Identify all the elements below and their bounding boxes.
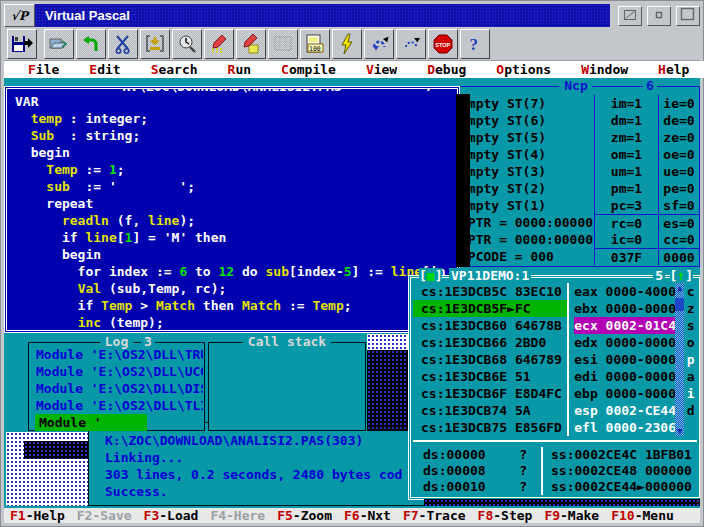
help-button[interactable]: ? [460, 29, 490, 59]
disassembly-row[interactable]: cs:1E3DCB75 E856FD [413, 419, 567, 436]
call-stack-window[interactable]: Call stack [208, 342, 366, 431]
scroll-up-icon[interactable]: ▲ [675, 283, 684, 293]
register-row-efl[interactable]: efl 0000-2306 [574, 419, 675, 436]
register-row-ecx[interactable]: ecx 0002-01C4 [574, 317, 675, 334]
fkey-f7-trace[interactable]: F7-Trace [403, 508, 466, 523]
fkey-f5-zoom[interactable]: F5-Zoom [277, 508, 332, 523]
data-segment-pane[interactable]: ds:00000?ds:00008?ds:00010? [413, 447, 541, 495]
editor-code-line: Sub : string; [15, 127, 456, 144]
fkey-f10-menu[interactable]: F10-Menu [611, 508, 674, 523]
disassembly-row[interactable]: cs:1E3DCB6F E8D4FC [413, 385, 567, 402]
run-button[interactable] [364, 29, 394, 59]
fkey-f4-here[interactable]: F4-Here [210, 508, 265, 523]
ncp-window-title: Ncp [559, 78, 592, 93]
paste-button[interactable] [140, 29, 170, 59]
menu-item-debug[interactable]: Debug [427, 62, 466, 77]
data-segment-row[interactable]: ds:00000? [413, 447, 541, 463]
menu-item-help[interactable]: Help [658, 62, 689, 77]
pane-divider [413, 440, 697, 442]
menu-item-window[interactable]: Window [581, 62, 628, 77]
stack-segment-row[interactable]: ss:0002CE48 000000 [551, 463, 697, 479]
fkey-label: F2 [77, 508, 93, 523]
log-row[interactable]: Module 'E:\OS2\DLL\DIS [36, 380, 203, 397]
fkey-f6-nxt[interactable]: F6-Nxt [344, 508, 391, 523]
menu-item-edit[interactable]: Edit [89, 62, 120, 77]
cpu-scrollbar[interactable]: ▲ ▼ [675, 283, 684, 436]
disassembly-row[interactable]: cs:1E3DCB5F►FC [413, 300, 567, 317]
ncp-mode-value: ic=0 [594, 231, 658, 248]
open-file-button[interactable] [44, 29, 74, 59]
stack-segment-row[interactable]: ss:0002CE44►000000 [551, 479, 697, 495]
scroll-down-icon[interactable]: ▼ [675, 426, 684, 436]
restore-button[interactable] [618, 6, 642, 26]
find-button[interactable] [172, 29, 202, 59]
goto-button[interactable] [268, 29, 298, 59]
fkey-f8-step[interactable]: F8-Step [478, 508, 533, 523]
doc-100-icon: 100 [304, 33, 326, 55]
disassembly-row[interactable]: cs:1E3DCB66 2BD0 [413, 334, 567, 351]
pencil-grid-icon [208, 33, 230, 55]
ncp-mode-value: pm=1 [594, 180, 658, 197]
editor-code-area[interactable]: VAR temp : integer; Sub : string; begin … [15, 93, 456, 331]
registers-pane[interactable]: eax 0000-4000ebx 0000-0000ecx 0002-01C4e… [569, 283, 675, 436]
register-row-eax[interactable]: eax 0000-4000 [574, 283, 675, 300]
scrollbar-thumb[interactable] [675, 298, 684, 311]
fkey-f1-help[interactable]: F1-Help [10, 508, 65, 523]
menu-item-search[interactable]: Search [151, 62, 198, 77]
message-list: K:\ZOC\DOWNLOAD\ANALISI2.PAS(303)Linking… [105, 432, 402, 500]
compile-stats-button[interactable]: 100 [300, 29, 330, 59]
save-file-button[interactable] [7, 29, 37, 59]
system-menu-button[interactable]: √P [4, 4, 35, 27]
fkey-f9-make[interactable]: F9-Make [544, 508, 599, 523]
close-window-button[interactable]: [■] [419, 268, 442, 283]
menu-item-options[interactable]: Options [496, 62, 551, 77]
register-row-edx[interactable]: edx 0000-0000 [574, 334, 675, 351]
minimize-button[interactable] [647, 6, 671, 26]
ds-address: ds:00010 [423, 479, 486, 495]
fkey-f2-save[interactable]: F2-Save [77, 508, 132, 523]
step-button[interactable] [396, 29, 426, 59]
stack-segment-pane[interactable]: ss:0002CE4C 1BFB01ss:0002CE48 000000ss:0… [543, 447, 697, 495]
register-row-esi[interactable]: esi 0000-0000 [574, 351, 675, 368]
zoom-window-button[interactable]: [↑] [670, 268, 693, 283]
data-segment-row[interactable]: ds:00010? [413, 479, 541, 495]
undo-button[interactable] [76, 29, 106, 59]
fkey-f3-load[interactable]: F3-Load [144, 508, 199, 523]
register-row-esp[interactable]: esp 0002-CE44 [574, 402, 675, 419]
disassembly-row[interactable]: cs:1E3DCB74 5A [413, 402, 567, 419]
register-row-ebp[interactable]: ebp 0000-0000 [574, 385, 675, 402]
cpu-flag-z: z [684, 300, 697, 317]
stop-button[interactable]: STOP [428, 29, 458, 59]
maximize-button[interactable] [676, 6, 700, 26]
register-row-edi[interactable]: edi 0000-0000 [574, 368, 675, 385]
ncp-register-label: Empty ST(3) [453, 163, 594, 180]
window-title-bar[interactable]: Virtual Pascal [35, 4, 610, 27]
log-window[interactable]: Log 3 Module 'E:\OS2\DLL\TRUModule 'E:\O… [28, 342, 205, 431]
log-row[interactable]: Module 'E:\OS2\DLL\TLI [36, 397, 203, 414]
replace-button[interactable] [204, 29, 234, 59]
menu-item-file[interactable]: File [28, 62, 59, 77]
close-icon: ■ [427, 268, 435, 283]
log-selected-row[interactable]: Module ' [35, 414, 147, 431]
disassembly-row[interactable]: cs:1E3DCB6E 51 [413, 368, 567, 385]
ncp-row: FPTR = 0000:00000rc=0es=0 [453, 214, 699, 231]
editor-code-line: if Temp > Match then Match := Temp; [15, 297, 456, 314]
cut-button[interactable] [108, 29, 138, 59]
make-button[interactable] [332, 29, 362, 59]
ncp-fpu-window[interactable]: Ncp 6 Empty ST(7)im=1ie=0Empty ST(6)dm=1… [452, 86, 700, 267]
disassembly-row[interactable]: cs:1E3DCB60 64678B [413, 317, 567, 334]
disassembly-pane[interactable]: cs:1E3DCB5C 83EC10cs:1E3DCB5F►FCcs:1E3DC… [413, 283, 567, 436]
menu-item-run[interactable]: Run [228, 62, 251, 77]
log-row[interactable]: Module 'E:\OS2\DLL\UCO [36, 363, 203, 380]
disassembly-row[interactable]: cs:1E3DCB5C 83EC10 [413, 283, 567, 300]
editor-window[interactable]: K:\ZOC\DOWNLOAD\ANALISI2.PAS 7 VAR temp … [4, 86, 460, 333]
log-row[interactable]: Module 'E:\OS2\DLL\TRU [36, 346, 203, 363]
cpu-window[interactable]: [■] VP11DEMO:1 5 [↑] cs:1E3DCB5C 83EC10c… [408, 275, 700, 500]
menu-item-compile[interactable]: Compile [281, 62, 336, 77]
register-row-ebx[interactable]: ebx 0000-0000 [574, 300, 675, 317]
stack-segment-row[interactable]: ss:0002CE4C 1BFB01 [551, 447, 697, 463]
data-segment-row[interactable]: ds:00008? [413, 463, 541, 479]
disassembly-row[interactable]: cs:1E3DCB68 646789 [413, 351, 567, 368]
menu-item-view[interactable]: View [366, 62, 397, 77]
search-again-button[interactable] [236, 29, 266, 59]
